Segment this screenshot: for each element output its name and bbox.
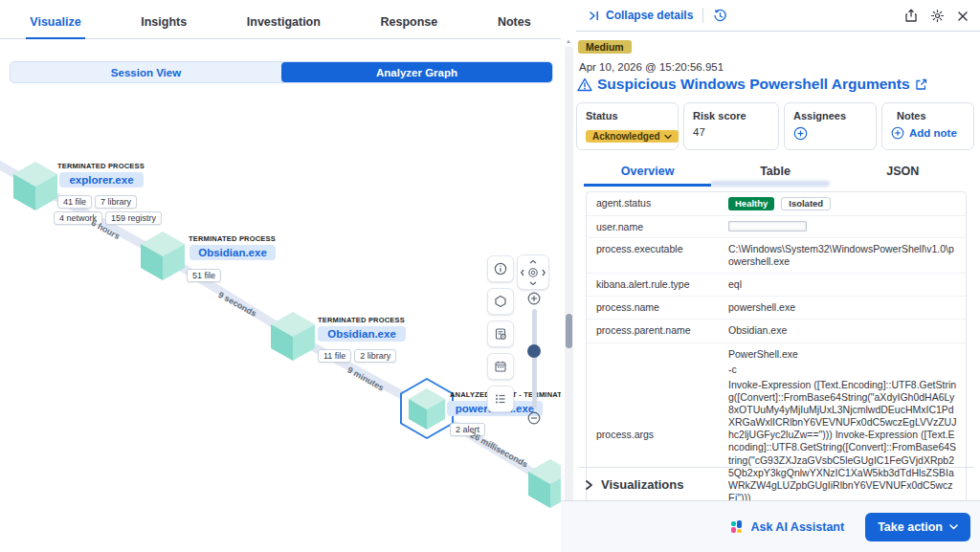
risk-score-value: 47 bbox=[693, 126, 769, 138]
graph-date-button[interactable] bbox=[487, 353, 514, 380]
header-actions bbox=[904, 0, 969, 32]
alert-rule-title[interactable]: Suspicious Windows Powershell Arguments bbox=[597, 76, 910, 93]
alert-summary-cards: Status Acknowledged Risk score 47 Assign… bbox=[576, 102, 974, 150]
tab-response[interactable]: Response bbox=[377, 15, 442, 39]
collapse-right-icon bbox=[588, 10, 600, 22]
take-action-label: Take action bbox=[878, 520, 943, 534]
ai-assistant-icon bbox=[731, 520, 744, 534]
node-type-label: TERMINATED PROCESS bbox=[318, 316, 405, 324]
table-row: process.name powershell.exe bbox=[587, 297, 966, 320]
node-name-obsidian-1[interactable]: Obsidian.exe bbox=[189, 245, 276, 260]
tab-investigation[interactable]: Investigation bbox=[243, 15, 324, 39]
plus-circle-icon bbox=[891, 126, 904, 140]
share-icon bbox=[904, 9, 918, 23]
share-button[interactable] bbox=[904, 9, 918, 23]
panel-scrollbar-thumb[interactable] bbox=[566, 314, 572, 348]
node-name-explorer[interactable]: explorer.exe bbox=[59, 172, 144, 188]
alert-flyout-screen: Visualize Insights Investigation Respons… bbox=[0, 0, 980, 552]
node-badges-row: 11 file 2 library bbox=[318, 349, 396, 363]
document-gear-icon bbox=[494, 327, 507, 341]
left-tab-bar: Visualize Insights Investigation Respons… bbox=[0, 11, 561, 39]
field-value: C:\Windows\System32\WindowsPowerShell\v1… bbox=[728, 241, 966, 270]
agent-healthy-badge[interactable]: Healthy bbox=[728, 197, 774, 210]
status-value: Acknowledged bbox=[592, 131, 660, 142]
node-cube-powershell-selected[interactable] bbox=[401, 379, 453, 438]
status-card: Status Acknowledged bbox=[576, 102, 679, 150]
count-badge-file[interactable]: 11 file bbox=[318, 349, 351, 363]
take-action-button[interactable]: Take action bbox=[865, 513, 970, 541]
chevron-down-icon bbox=[949, 524, 958, 530]
node-cube-partial[interactable] bbox=[528, 459, 561, 508]
count-badge-registry[interactable]: 159 registry bbox=[105, 211, 162, 225]
count-badge-file[interactable]: 41 file bbox=[57, 195, 92, 209]
close-flyout-button[interactable] bbox=[957, 11, 969, 22]
collapse-details-button[interactable]: Collapse details bbox=[588, 9, 693, 22]
count-badge-file[interactable]: 51 file bbox=[187, 269, 221, 282]
status-label: Status bbox=[586, 110, 669, 121]
risk-score-label: Risk score bbox=[693, 110, 769, 121]
analyzer-graph-canvas[interactable]: TERMINATED PROCESS explorer.exe 41 file … bbox=[0, 86, 561, 552]
status-value-dropdown[interactable]: Acknowledged bbox=[586, 130, 679, 143]
risk-score-card: Risk score 47 bbox=[683, 102, 779, 150]
graph-info-button[interactable] bbox=[487, 255, 514, 282]
visualize-panel: Visualize Insights Investigation Respons… bbox=[0, 0, 561, 552]
assignees-card: Assignees bbox=[784, 102, 877, 150]
alert-history-button[interactable] bbox=[713, 9, 727, 23]
tab-overview[interactable]: Overview bbox=[584, 161, 711, 187]
highlighted-fields-table: agent.status Healthy Isolated user.name … bbox=[586, 191, 967, 526]
field-value: powershell.exe bbox=[728, 299, 966, 316]
agent-isolated-badge[interactable]: Isolated bbox=[781, 197, 831, 210]
zoom-slider-thumb[interactable] bbox=[527, 344, 541, 358]
graph-legend-button[interactable] bbox=[487, 288, 514, 315]
table-row: process.executable C:\Windows\System32\W… bbox=[587, 238, 966, 274]
redacted-username bbox=[728, 221, 807, 232]
count-badge-library[interactable]: 2 library bbox=[354, 349, 396, 363]
zoom-slider-track[interactable] bbox=[532, 309, 537, 408]
settings-button[interactable] bbox=[930, 9, 945, 23]
add-assignee-button[interactable] bbox=[793, 126, 808, 141]
field-key: process.executable bbox=[587, 241, 728, 256]
graph-node-list-button[interactable] bbox=[487, 386, 514, 412]
table-row: process.args PowerShell.exe -c Invoke-Ex… bbox=[587, 343, 966, 526]
assignees-label: Assignees bbox=[793, 110, 867, 121]
graph-pan-control[interactable] bbox=[517, 254, 549, 290]
info-icon bbox=[494, 262, 507, 276]
pan-target-icon bbox=[520, 258, 546, 287]
scrolled-content-artifact bbox=[710, 181, 830, 187]
node-cube-explorer[interactable] bbox=[13, 162, 57, 210]
tab-json[interactable]: JSON bbox=[839, 161, 967, 187]
header-separator bbox=[702, 8, 703, 23]
panel-scrollbar-track[interactable] bbox=[565, 46, 573, 528]
node-cube-obsidian-1[interactable] bbox=[141, 232, 185, 280]
field-value: PowerShell.exe -c Invoke-Expression ([Te… bbox=[728, 346, 966, 523]
chevron-right-icon bbox=[584, 479, 593, 491]
external-link-icon[interactable] bbox=[915, 78, 927, 91]
count-badge-library[interactable]: 7 library bbox=[95, 195, 137, 209]
scroll-up-arrow[interactable]: ▲ bbox=[566, 38, 571, 44]
close-icon bbox=[957, 11, 969, 22]
process-arg: -c bbox=[728, 364, 958, 376]
node-badges-row: 41 file 7 library bbox=[57, 195, 137, 209]
alert-title-row: Suspicious Windows Powershell Arguments bbox=[577, 76, 977, 93]
analyzer-graph-button[interactable]: Analyzer Graph bbox=[281, 62, 552, 82]
zoom-in-button[interactable] bbox=[527, 292, 541, 305]
alert-details-flyout: Collapse details bbox=[576, 0, 980, 552]
section-divider bbox=[578, 467, 974, 468]
node-cube-obsidian-2[interactable] bbox=[271, 312, 315, 361]
ask-ai-assistant-button[interactable]: Ask AI Assistant bbox=[731, 520, 844, 534]
visualizations-section-toggle[interactable]: Visualizations bbox=[584, 477, 683, 492]
field-key: process.args bbox=[587, 427, 728, 442]
zoom-out-button[interactable] bbox=[527, 411, 541, 425]
node-name-obsidian-2[interactable]: Obsidian.exe bbox=[318, 326, 406, 342]
severity-badge[interactable]: Medium bbox=[578, 40, 632, 54]
add-note-button[interactable]: Add note bbox=[891, 126, 965, 140]
table-row: user.name bbox=[587, 216, 966, 238]
table-row: agent.status Healthy Isolated bbox=[587, 192, 966, 216]
process-arg: PowerShell.exe bbox=[728, 348, 958, 361]
session-view-button[interactable]: Session View bbox=[11, 62, 281, 82]
graph-schema-button[interactable] bbox=[487, 320, 514, 347]
tab-insights[interactable]: Insights bbox=[137, 15, 190, 39]
tab-visualize[interactable]: Visualize bbox=[26, 15, 84, 39]
notes-label: Notes bbox=[897, 110, 965, 121]
tab-notes[interactable]: Notes bbox=[494, 15, 535, 39]
